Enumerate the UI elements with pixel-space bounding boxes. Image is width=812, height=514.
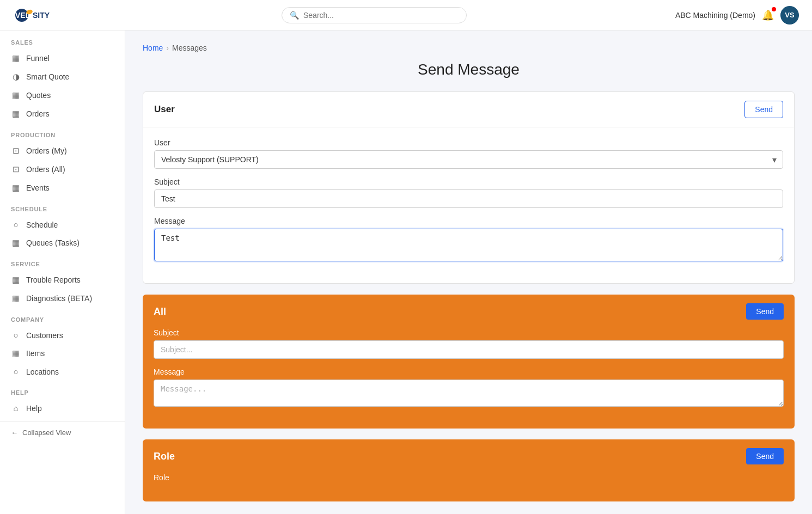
subject-label: Subject bbox=[154, 178, 783, 186]
all-message-textarea[interactable] bbox=[154, 380, 784, 407]
collapse-arrow-icon: ← bbox=[11, 429, 18, 437]
all-send-button[interactable]: Send bbox=[746, 303, 784, 320]
sidebar-item-label: Orders bbox=[26, 109, 50, 118]
message-textarea[interactable]: Test bbox=[154, 229, 783, 261]
orders-my-icon: ⊡ bbox=[11, 146, 21, 156]
sidebar-item-orders[interactable]: ▦ Orders bbox=[0, 105, 125, 123]
breadcrumb-separator: › bbox=[166, 44, 169, 52]
all-card-title: All bbox=[154, 306, 166, 317]
user-form-group: User Velosty Support (SUPPORT) bbox=[154, 138, 783, 169]
all-subject-label: Subject bbox=[154, 328, 784, 337]
collapse-button[interactable]: ← Collapsed View bbox=[0, 421, 125, 443]
notification-badge bbox=[772, 7, 776, 11]
customers-icon: ○ bbox=[11, 331, 21, 340]
all-subject-form-group: Subject bbox=[154, 328, 784, 359]
sidebar-item-events[interactable]: ▦ Events bbox=[0, 179, 125, 197]
sidebar-item-items[interactable]: ▦ Items bbox=[0, 344, 125, 363]
sidebar-item-queues[interactable]: ▦ Queues (Tasks) bbox=[0, 234, 125, 252]
user-card: User Send User Velosty Support (SUPPORT)… bbox=[143, 91, 795, 284]
role-label: Role bbox=[154, 473, 784, 482]
sidebar-item-label: Schedule bbox=[26, 221, 58, 229]
user-send-button[interactable]: Send bbox=[744, 101, 783, 118]
main-content: Home › Messages Send Message User Send U… bbox=[125, 30, 812, 514]
bell-icon[interactable]: 🔔 bbox=[762, 9, 774, 21]
user-card-body: User Velosty Support (SUPPORT) Subject M… bbox=[143, 127, 794, 283]
sidebar-item-customers[interactable]: ○ Customers bbox=[0, 326, 125, 344]
sidebar-item-orders-my[interactable]: ⊡ Orders (My) bbox=[0, 142, 125, 160]
sidebar-item-quotes[interactable]: ▦ Quotes bbox=[0, 86, 125, 105]
role-card-body: Role bbox=[143, 473, 795, 501]
sidebar-section-production: PRODUCTION bbox=[0, 123, 125, 142]
breadcrumb: Home › Messages bbox=[143, 44, 795, 52]
sidebar-item-label: Funnel bbox=[26, 54, 50, 63]
sidebar: SALES ▦ Funnel ◑ Smart Quote ▦ Quotes ▦ … bbox=[0, 30, 125, 514]
all-message-form-group: Message bbox=[154, 368, 784, 409]
sidebar-item-label: Quotes bbox=[26, 91, 51, 100]
help-icon: ⌂ bbox=[11, 403, 21, 413]
all-card: All Send Subject Message bbox=[143, 295, 795, 429]
search-icon: 🔍 bbox=[290, 11, 299, 20]
role-card: Role Send Role bbox=[143, 439, 795, 501]
role-send-button[interactable]: Send bbox=[746, 448, 784, 464]
funnel-icon: ▦ bbox=[11, 53, 21, 63]
sidebar-item-label: Events bbox=[26, 183, 50, 192]
diagnostics-icon: ▦ bbox=[11, 293, 21, 303]
topbar: VEL SITY 🔍 ABC Machining (Demo) 🔔 VS bbox=[0, 0, 812, 30]
user-select-wrapper: Velosty Support (SUPPORT) bbox=[154, 150, 783, 169]
trouble-reports-icon: ▦ bbox=[11, 275, 21, 285]
user-select[interactable]: Velosty Support (SUPPORT) bbox=[154, 150, 783, 169]
message-label: Message bbox=[154, 217, 783, 225]
sidebar-item-label: Queues (Tasks) bbox=[26, 238, 80, 247]
search-input[interactable] bbox=[303, 11, 459, 20]
all-message-label: Message bbox=[154, 368, 784, 376]
sidebar-section-company: COMPANY bbox=[0, 308, 125, 326]
sidebar-item-orders-all[interactable]: ⊡ Orders (All) bbox=[0, 160, 125, 179]
role-card-header: Role Send bbox=[143, 439, 795, 473]
smart-quote-icon: ◑ bbox=[11, 72, 21, 82]
events-icon: ▦ bbox=[11, 183, 21, 193]
search-bar[interactable]: 🔍 bbox=[282, 7, 467, 23]
breadcrumb-home[interactable]: Home bbox=[143, 44, 163, 52]
sidebar-item-diagnostics[interactable]: ▦ Diagnostics (BETA) bbox=[0, 289, 125, 308]
sidebar-item-help[interactable]: ⌂ Help bbox=[0, 399, 125, 417]
subject-input[interactable] bbox=[154, 189, 783, 208]
sidebar-item-trouble-reports[interactable]: ▦ Trouble Reports bbox=[0, 271, 125, 289]
all-card-body: Subject Message bbox=[143, 328, 795, 429]
collapse-label: Collapsed View bbox=[22, 429, 71, 437]
all-subject-input[interactable] bbox=[154, 340, 784, 359]
svg-text:SITY: SITY bbox=[33, 11, 50, 20]
sidebar-item-label: Customers bbox=[26, 331, 63, 340]
locations-icon: ○ bbox=[11, 367, 21, 376]
sidebar-section-help: HELP bbox=[0, 381, 125, 399]
schedule-icon: ○ bbox=[11, 220, 21, 229]
page-title: Send Message bbox=[143, 61, 795, 78]
subject-form-group: Subject bbox=[154, 178, 783, 208]
breadcrumb-current: Messages bbox=[172, 44, 207, 52]
user-card-title: User bbox=[154, 104, 175, 115]
sidebar-item-label: Locations bbox=[26, 368, 59, 376]
logo-image: VEL SITY bbox=[13, 5, 73, 25]
sidebar-item-locations[interactable]: ○ Locations bbox=[0, 363, 125, 381]
sidebar-item-label: Items bbox=[26, 349, 45, 358]
sidebar-item-label: Smart Quote bbox=[26, 72, 69, 81]
sidebar-section-schedule: SCHEDULE bbox=[0, 197, 125, 216]
sidebar-section-service: SERVICE bbox=[0, 252, 125, 271]
orders-icon: ▦ bbox=[11, 109, 21, 119]
sidebar-item-schedule[interactable]: ○ Schedule bbox=[0, 216, 125, 234]
queues-icon: ▦ bbox=[11, 238, 21, 248]
sidebar-item-label: Orders (All) bbox=[26, 165, 65, 174]
sidebar-item-smart-quote[interactable]: ◑ Smart Quote bbox=[0, 68, 125, 86]
all-card-header: All Send bbox=[143, 295, 795, 328]
role-form-group: Role bbox=[154, 473, 784, 482]
avatar[interactable]: VS bbox=[780, 6, 799, 25]
sidebar-section-sales: SALES bbox=[0, 30, 125, 49]
user-label: User bbox=[154, 138, 783, 147]
items-icon: ▦ bbox=[11, 348, 21, 358]
orders-all-icon: ⊡ bbox=[11, 164, 21, 174]
company-name: ABC Machining (Demo) bbox=[675, 11, 755, 20]
logo: VEL SITY bbox=[13, 5, 73, 25]
sidebar-item-label: Diagnostics (BETA) bbox=[26, 294, 92, 303]
sidebar-item-funnel[interactable]: ▦ Funnel bbox=[0, 49, 125, 68]
topbar-right: ABC Machining (Demo) 🔔 VS bbox=[675, 6, 799, 25]
user-card-header: User Send bbox=[143, 92, 794, 127]
